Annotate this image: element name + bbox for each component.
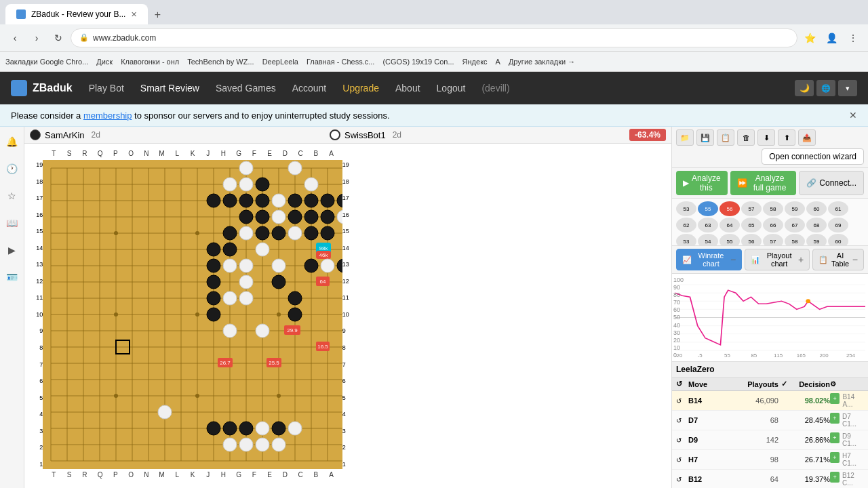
- svg-point-60: [304, 178, 318, 191]
- move-chip-56b[interactable]: 56: [741, 234, 762, 246]
- refresh-icon-0[interactable]: ↺: [676, 397, 688, 405]
- tool-copy-button[interactable]: 📋: [717, 129, 734, 146]
- bookmark-more[interactable]: Другие закладки →: [509, 58, 575, 66]
- move-chip-64[interactable]: 64: [719, 218, 740, 232]
- forward-button[interactable]: ›: [27, 28, 46, 47]
- row-add-2[interactable]: +: [830, 432, 840, 443]
- back-button[interactable]: ‹: [5, 28, 24, 47]
- nav-account[interactable]: Account: [292, 83, 327, 94]
- ai-table-row-3[interactable]: ↺ H7 98 26.71% + H7 C1...: [672, 450, 868, 470]
- move-chip-58[interactable]: 58: [763, 201, 783, 216]
- move-chip-68[interactable]: 68: [806, 218, 827, 232]
- tool-delete-button[interactable]: 🗑: [737, 129, 755, 146]
- sidebar-id-icon[interactable]: 🪪: [3, 268, 22, 287]
- sidebar-star-icon[interactable]: ☆: [3, 186, 22, 205]
- move-chip-67[interactable]: 67: [785, 218, 805, 232]
- tab-close-button[interactable]: ✕: [131, 10, 137, 19]
- bookmark-1[interactable]: Диск: [96, 58, 113, 66]
- bookmark-6[interactable]: (CGOS) 19x19 Con...: [382, 58, 454, 66]
- move-chip-66[interactable]: 66: [763, 218, 783, 232]
- extensions-button[interactable]: ⭐: [800, 28, 819, 47]
- ai-table-row-1[interactable]: ↺ D7 68 28.45% + D7 C1...: [672, 411, 868, 430]
- col-refresh-icon[interactable]: ↺: [676, 380, 688, 388]
- tool-folder-button[interactable]: 📁: [676, 129, 694, 146]
- ai-table-row-4[interactable]: ↺ B12 64 19.37% + B12 C...: [672, 470, 868, 488]
- row-add-0[interactable]: +: [830, 393, 840, 404]
- move-chip-53b[interactable]: 53: [676, 234, 696, 246]
- bookmark-0[interactable]: Закладки Google Chro...: [5, 58, 88, 66]
- nav-smart-review[interactable]: Smart Review: [140, 83, 199, 94]
- move-chip-62[interactable]: 62: [676, 218, 696, 232]
- move-chip-65[interactable]: 65: [741, 218, 762, 232]
- bookmark-7[interactable]: Яндекс: [462, 58, 488, 66]
- move-chip-57[interactable]: 57: [741, 201, 762, 216]
- refresh-icon-3[interactable]: ↺: [676, 456, 688, 464]
- banner-close-button[interactable]: ✕: [849, 110, 857, 121]
- go-board-svg[interactable]: 98k 46k: [43, 160, 342, 469]
- winrate-chart-tab[interactable]: 📈 Winrate chart −: [676, 249, 742, 270]
- bookmark-3[interactable]: TechBench by WZ...: [187, 58, 254, 66]
- move-row-1: 53 55 56 57 58 59 60 61 62 63 64 65: [676, 201, 864, 232]
- move-chip-69[interactable]: 69: [828, 218, 848, 232]
- move-chip-60b[interactable]: 60: [828, 234, 848, 246]
- tool-upload-button[interactable]: ⬆: [778, 129, 795, 146]
- nav-play-bot[interactable]: Play Bot: [89, 83, 124, 94]
- new-tab-button[interactable]: +: [148, 5, 167, 24]
- move-chip-57b[interactable]: 57: [763, 234, 783, 246]
- row-add-1[interactable]: +: [830, 413, 840, 424]
- nav-saved-games[interactable]: Saved Games: [216, 83, 276, 94]
- move-chip-60[interactable]: 60: [806, 201, 827, 216]
- menu-button[interactable]: ⋮: [844, 28, 863, 47]
- refresh-icon-2[interactable]: ↺: [676, 436, 688, 444]
- move-chip-63[interactable]: 63: [698, 218, 718, 232]
- move-chip-55[interactable]: 55: [698, 201, 718, 216]
- bookmark-2[interactable]: Клавогонки - онл: [121, 58, 179, 66]
- playout-tab-close[interactable]: +: [798, 254, 804, 265]
- playout-chart-tab[interactable]: 📊 Playout chart +: [745, 249, 810, 270]
- settings-button[interactable]: ▾: [838, 80, 857, 96]
- nav-upgrade[interactable]: Upgrade: [342, 83, 379, 94]
- ai-table-tab-close[interactable]: −: [852, 254, 858, 265]
- profile-button[interactable]: 👤: [822, 28, 841, 47]
- reload-button[interactable]: ↻: [49, 28, 68, 47]
- sidebar-history-icon[interactable]: 🕐: [3, 159, 22, 178]
- move-chip-56[interactable]: 56: [719, 201, 740, 216]
- sidebar-play-icon[interactable]: ▶: [3, 241, 22, 260]
- tool-save-button[interactable]: 💾: [696, 129, 714, 146]
- nav-about[interactable]: About: [395, 83, 420, 94]
- theme-toggle: 🌙 🌐 ▾: [795, 80, 857, 96]
- row-add-4[interactable]: +: [830, 472, 840, 483]
- ai-table-row-2[interactable]: ↺ D9 142 26.86% + D9 C1...: [672, 430, 868, 450]
- tool-download-button[interactable]: ⬇: [757, 129, 775, 146]
- bookmark-4[interactable]: DeepLeela: [262, 58, 298, 66]
- analyze-full-button[interactable]: ⏩ Analyze full game: [730, 171, 797, 195]
- active-tab[interactable]: ZBaduk - Review your B... ✕: [5, 4, 148, 24]
- ai-table[interactable]: ↺ Move Playouts ✓ Decision ⚙ ↺ B14: [672, 378, 868, 488]
- move-chip-53[interactable]: 53: [676, 201, 696, 216]
- open-wizard-button[interactable]: Open connection wizard: [762, 148, 864, 165]
- dark-mode-button[interactable]: 🌙: [795, 80, 814, 96]
- move-chip-58b[interactable]: 58: [785, 234, 805, 246]
- language-button[interactable]: 🌐: [816, 80, 835, 96]
- move-chip-55b[interactable]: 55: [719, 234, 740, 246]
- sidebar-book-icon[interactable]: 📖: [3, 214, 22, 232]
- winrate-tab-close[interactable]: −: [730, 254, 736, 265]
- move-chip-59b[interactable]: 59: [806, 234, 827, 246]
- refresh-icon-4[interactable]: ↺: [676, 476, 688, 483]
- nav-logout[interactable]: Logout: [437, 83, 466, 94]
- membership-link[interactable]: membership: [83, 110, 132, 121]
- row-add-3[interactable]: +: [830, 452, 840, 463]
- bookmark-5[interactable]: Главная - Chess.c...: [307, 58, 375, 66]
- tool-share-button[interactable]: 📤: [798, 129, 816, 146]
- ai-table-row-0[interactable]: ↺ B14 46,090 98.02% + B14 A...: [672, 391, 868, 411]
- connect-button[interactable]: 🔗 Connect...: [799, 171, 864, 195]
- sidebar-bell-icon[interactable]: 🔔: [3, 132, 22, 151]
- address-bar[interactable]: 🔒 www.zbaduk.com: [71, 28, 797, 47]
- ai-table-tab[interactable]: 📋 AI Table −: [812, 249, 864, 270]
- move-chip-59[interactable]: 59: [785, 201, 805, 216]
- refresh-icon-1[interactable]: ↺: [676, 417, 688, 424]
- analyze-this-button[interactable]: ▶ Analyze this: [676, 171, 728, 195]
- move-chip-61[interactable]: 61: [828, 201, 848, 216]
- move-chip-54[interactable]: 54: [698, 234, 718, 246]
- bookmark-8[interactable]: А: [496, 58, 500, 66]
